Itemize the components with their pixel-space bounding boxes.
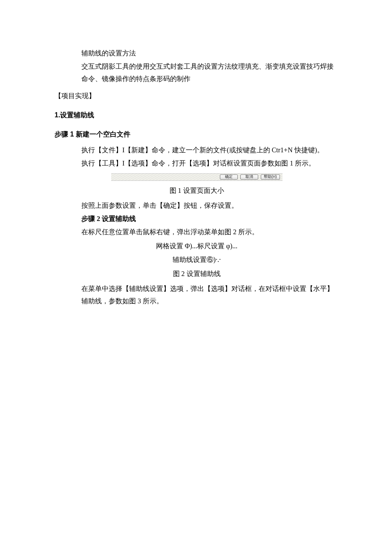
ok-button[interactable]: 确定 xyxy=(220,174,238,180)
paragraph-2: 执行【工具】I【选项】命令，打开【选项】对话框设置页面参数如图 1 所示。 xyxy=(55,157,339,170)
heading-step-2: 步骤 2 设置辅助线 xyxy=(55,212,339,226)
help-button[interactable]: 帮助(H) xyxy=(261,174,280,180)
heading-1: 1.设置辅助线 xyxy=(55,109,339,122)
heading-1-number: 1. xyxy=(55,111,60,119)
cancel-button[interactable]: 取消 xyxy=(240,174,258,180)
dialog-button-bar: 确定 取消 帮助(H) xyxy=(111,173,282,181)
context-menu-line-2: 辅助线设置⑥)·.· xyxy=(55,253,339,267)
heading-1-text: 设置辅助线 xyxy=(60,111,94,119)
paragraph-1: 执行【文件】I【新建】命令，建立一个新的文件(或按键盘上的 Ctr1+N 快捷键… xyxy=(55,144,339,157)
paragraph-5: 在菜单中选择【辅助线设置】选项，弹出【选项】对话框，在对话框中设置【水平】辅助线… xyxy=(55,282,339,308)
heading-step-1: 步骤 1 新建一个空白文件 xyxy=(55,128,339,141)
figure-1-caption: 图 1 设置页面大小 xyxy=(55,184,339,198)
bullet-item-1: 辅助线的设置方法 xyxy=(55,47,339,60)
section-header: 【项目实现】 xyxy=(55,90,339,103)
paragraph-4: 在标尺任意位置单击鼠标右键，弹出浮动菜单如图 2 所示。 xyxy=(55,226,339,239)
paragraph-3: 按照上面参数设置，单击【确定】按钮，保存设置。 xyxy=(55,199,339,212)
bullet-item-2: 交互式阴影工具的使用交互式封套工具的设置方法纹理填充、渐变填充设置技巧焊接命令、… xyxy=(55,60,339,86)
dialog-button-row: 确定 取消 帮助(H) xyxy=(55,173,339,181)
figure-2-caption: 图 2 设置辅助线 xyxy=(55,267,339,281)
context-menu-line-1: 网格设置 Φ)...标尺设置 φ)... xyxy=(55,240,339,253)
document-page: 辅助线的设置方法 交互式阴影工具的使用交互式封套工具的设置方法纹理填充、渐变填充… xyxy=(0,0,392,351)
